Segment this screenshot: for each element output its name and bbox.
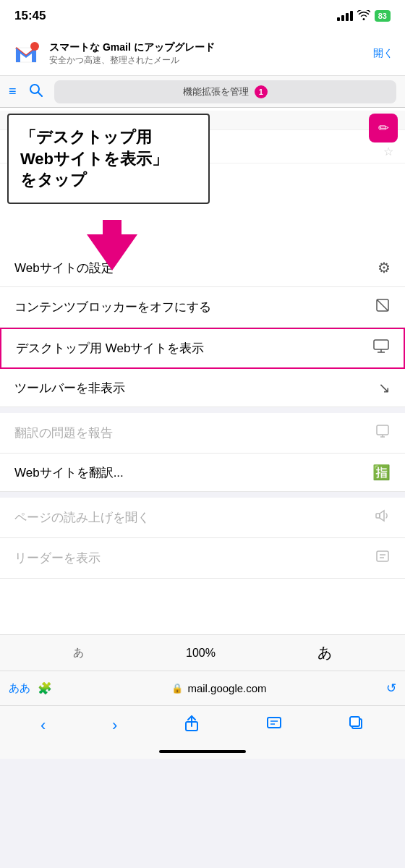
svg-marker-15 [380, 511, 384, 521]
gmail-promo-subtitle: 安全かつ高速、整理されたメール [49, 54, 364, 67]
battery-badge: 83 [375, 10, 391, 22]
hide-icon: ↘ [378, 379, 391, 396]
hamburger-menu-icon[interactable]: ≡ [9, 84, 17, 99]
menu-item-reader-view[interactable]: リーダーを表示 [0, 538, 405, 579]
speaker-icon [375, 508, 391, 527]
svg-point-1 [30, 42, 39, 51]
search-icon[interactable] [28, 82, 43, 101]
settings-icon: ⚙ [378, 259, 391, 276]
menu-label: デスクトップ用 Webサイトを表示 [16, 340, 204, 357]
context-menu-overlay: 「デスクトップ用Webサイトを表示」をタップ Webサイトの設定 ⚙ コンテンツ… [0, 108, 405, 759]
block-icon [375, 297, 391, 317]
menu-label: コンテンツブロッカーをオフにする [14, 299, 211, 315]
search-bar-text: 機能拡張を管理 [183, 85, 249, 98]
menu-item-website-settings[interactable]: Webサイトの設定 ⚙ [0, 249, 405, 287]
main-content: ✏ 機能拡張を管理 5:34 ☆ 「デスクトップ用Webサイトを表示」をタップ [0, 108, 405, 759]
gmail-logo-icon [12, 39, 40, 68]
menu-item-report-translation[interactable]: 翻訳の問題を報告 [0, 413, 405, 454]
status-time: 15:45 [14, 9, 46, 23]
menu-label: ページの読み上げを聞く [14, 509, 150, 526]
svg-point-2 [30, 85, 39, 93]
status-bar: 15:45 83 [0, 0, 405, 32]
svg-rect-16 [377, 551, 388, 561]
reader-icon [375, 548, 391, 568]
gmail-promo-title: スマートな Gmail にアップグレード [49, 41, 364, 54]
menu-item-read-aloud[interactable]: ページの読み上げを聞く [0, 498, 405, 538]
gmail-promo-text: スマートな Gmail にアップグレード 安全かつ高速、整理されたメール [49, 41, 364, 67]
menu-item-desktop-site[interactable]: デスクトップ用 Webサイトを表示 [0, 328, 405, 369]
translate-icon: 🈯 [372, 464, 391, 481]
svg-rect-11 [377, 425, 388, 435]
monitor-icon [373, 339, 389, 357]
gmail-banner: スマートな Gmail にアップグレード 安全かつ高速、整理されたメール 開く [0, 32, 405, 76]
svg-rect-5 [103, 220, 122, 240]
menu-item-hide-toolbar[interactable]: ツールバーを非表示 ↘ [0, 369, 405, 407]
badge-count: 1 [255, 85, 268, 98]
menu-label: ツールバーを非表示 [14, 380, 125, 396]
menu-label: Webサイトを翻訳... [14, 464, 124, 481]
menu-item-translate[interactable]: Webサイトを翻訳... 🈯 [0, 454, 405, 492]
menu-separator-2 [0, 492, 405, 498]
context-menu: Webサイトの設定 ⚙ コンテンツブロッカーをオフにする デスクトップ用 Web… [0, 249, 405, 579]
svg-line-7 [377, 299, 388, 311]
compose-button[interactable]: ✏ [369, 114, 398, 142]
report-icon [375, 423, 391, 443]
svg-rect-8 [374, 340, 388, 349]
menu-item-content-blocker[interactable]: コンテンツブロッカーをオフにする [0, 287, 405, 328]
svg-line-3 [38, 93, 42, 96]
status-icons: 83 [337, 10, 391, 22]
gmail-open-button[interactable]: 開く [373, 47, 393, 60]
callout-text: 「デスクトップ用Webサイトを表示」をタップ [20, 127, 197, 191]
wifi-icon [357, 10, 370, 22]
menu-label: リーダーを表示 [14, 550, 101, 566]
menu-separator [0, 407, 405, 413]
browser-toolbar: ≡ 機能拡張を管理 1 [0, 76, 405, 108]
url-search-bar[interactable]: 機能拡張を管理 1 [54, 80, 396, 103]
pencil-icon: ✏ [378, 120, 389, 136]
callout-box: 「デスクトップ用Webサイトを表示」をタップ [7, 114, 210, 204]
signal-bars-icon [337, 11, 353, 21]
menu-label: 翻訳の問題を報告 [14, 425, 113, 441]
